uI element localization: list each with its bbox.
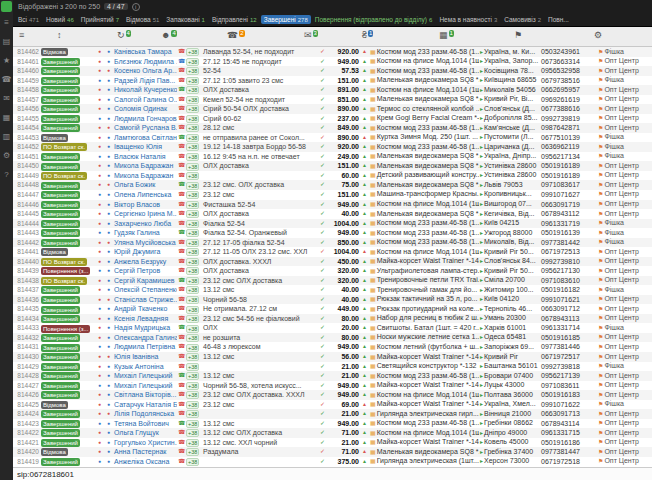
star-icon[interactable]: ★ bbox=[3, 56, 10, 65]
call-icon[interactable]: ☎ bbox=[177, 190, 186, 200]
phone-number[interactable]: 0956217134 bbox=[540, 152, 597, 162]
table-row[interactable]: 814424 Завершений ● ● Лілія Подолянська … bbox=[13, 409, 652, 419]
contacts-icon[interactable]: ☻ 4 bbox=[161, 30, 177, 41]
call-icon[interactable]: ☎ bbox=[177, 257, 186, 267]
customer-name-link[interactable]: Николай Кучеренко bbox=[113, 85, 177, 95]
phone-number[interactable]: 0977381446 bbox=[540, 342, 597, 352]
call-icon[interactable]: ☎ bbox=[177, 400, 186, 410]
customer-name-link[interactable]: Анжела Безруку bbox=[113, 257, 177, 267]
call-icon[interactable]: ☎ bbox=[177, 323, 186, 333]
table-row[interactable]: 814460 Завершений ● ● Косенко Ольга Ар..… bbox=[13, 66, 652, 76]
call-icon[interactable]: ☎ bbox=[177, 447, 186, 457]
table-row[interactable]: 814444 Завершений ● ● Захарченко Люба ☎ … bbox=[13, 219, 652, 229]
customer-name-link[interactable]: Андрій Ткаченко bbox=[113, 304, 177, 314]
table-row[interactable]: 814446 Завершений ● ● Віктор Власов ☎ +3… bbox=[13, 200, 652, 210]
customer-name-link[interactable]: Захарченко Люба bbox=[113, 219, 177, 229]
table-row[interactable]: 814450 Завершений ● ● Микола Бадражан ☎ … bbox=[13, 161, 652, 171]
status-tab[interactable]: Самовивіз 2 bbox=[501, 15, 544, 24]
phone-number[interactable]: 0992739810 bbox=[540, 257, 597, 267]
call-icon[interactable]: ☎ bbox=[177, 228, 186, 238]
customer-name-link[interactable]: Надія Мудрицька bbox=[113, 323, 177, 333]
customer-name-link[interactable]: Горгулько Христин... bbox=[113, 438, 177, 448]
table-row[interactable]: 814433 Повернення (з... ● ● Надія Мудриц… bbox=[13, 323, 652, 333]
customer-name-link[interactable]: Михаіл Гилецький bbox=[113, 371, 177, 381]
phone-number[interactable]: 0956217139 bbox=[540, 371, 597, 381]
call-icon[interactable]: ☎ bbox=[177, 104, 186, 114]
phone-number[interactable]: 0992739818 bbox=[540, 362, 597, 372]
call-icon[interactable]: ☎ bbox=[177, 152, 186, 162]
table-row[interactable]: 814456 Завершений ● ● Соломія Одинак ☎ +… bbox=[13, 104, 652, 114]
phone-number[interactable]: 0678943113 bbox=[540, 314, 597, 324]
call-icon[interactable]: ☎ bbox=[177, 304, 186, 314]
phone-number[interactable]: 0677388616 bbox=[540, 104, 597, 114]
table-row[interactable]: 814428 Завершений ● ● Михаіл Гилецький ☎… bbox=[13, 371, 652, 381]
phone-number[interactable]: 0501916183 bbox=[540, 390, 597, 400]
table-row[interactable]: 814423 Завершений ● ● Тетяна Войтович ☎ … bbox=[13, 419, 652, 429]
phone-number[interactable]: 0636962119 bbox=[540, 142, 597, 152]
chat-icon[interactable]: ✉ 3 bbox=[304, 30, 318, 41]
sip-address-link[interactable]: sip:0672818601 bbox=[17, 470, 74, 479]
customer-name-link[interactable]: Ксенія Левадняя bbox=[113, 314, 177, 324]
call-icon[interactable]: ☎ bbox=[177, 238, 186, 248]
status-tab[interactable]: Повернення (відправлено до відділу) 6 bbox=[312, 15, 436, 24]
table-row[interactable]: 814451 Завершений ● ● Власюк Наталія ☎ +… bbox=[13, 152, 652, 162]
phone-icon[interactable]: ☎ 2 bbox=[227, 30, 245, 41]
customer-name-link[interactable]: Сатарчук Наталія Б... bbox=[113, 400, 177, 410]
table-row[interactable]: 814436 Завершений ● ● Станіслав Стриже..… bbox=[13, 295, 652, 305]
settings-icon[interactable]: ⚙ bbox=[594, 30, 602, 41]
phone-number[interactable]: 0501916182 bbox=[540, 285, 597, 295]
table-row[interactable]: 814429 Завершений ● ● Кузык Антоніна ☎ +… bbox=[13, 362, 652, 372]
status-tab[interactable]: Відправлені 12 bbox=[209, 15, 260, 24]
table-row[interactable]: 814422 Завершений ● ● Ольга Глущук ☎ +38… bbox=[13, 428, 652, 438]
table-row[interactable]: 814461 Завершений ● ● Блєзнюк Людмила ..… bbox=[13, 57, 652, 67]
table-row[interactable]: 814432 Завершений ● ● Олександра Галина … bbox=[13, 333, 652, 343]
call-icon[interactable]: ☎ bbox=[177, 438, 186, 448]
status-tab[interactable]: Повн... bbox=[545, 15, 574, 24]
customer-name-link[interactable]: Канівська Тамара bbox=[113, 47, 177, 57]
phone-number[interactable]: 0961331715 bbox=[540, 428, 597, 438]
table-row[interactable]: 814430 Завершений ● ● Юлія Іванівна ☎ +3… bbox=[13, 352, 652, 362]
phone-number[interactable]: 0977381447 bbox=[540, 447, 597, 457]
status-tab[interactable]: Відмова 51 bbox=[123, 15, 162, 24]
call-icon[interactable]: ☎ bbox=[177, 457, 186, 467]
call-icon[interactable]: ☎ bbox=[177, 266, 186, 276]
refresh-icon[interactable]: ↻ 4 bbox=[117, 30, 131, 41]
call-icon[interactable]: ☎ bbox=[177, 133, 186, 143]
info-icon[interactable]: і bbox=[132, 3, 140, 11]
table-row[interactable]: 814439 Повернення (з... ● ● Сергій Петро… bbox=[13, 266, 652, 276]
call-icon[interactable]: ☎ bbox=[177, 123, 186, 133]
call-icon[interactable]: ☎ bbox=[177, 95, 186, 105]
settings-icon[interactable]: ⚙ bbox=[3, 151, 10, 160]
call-icon[interactable]: ☎ bbox=[177, 180, 186, 190]
phone-number[interactable]: 0971083617 bbox=[540, 180, 597, 190]
table-row[interactable]: 814420 Відмова ● ● Анна Пастернак ☎ +38 … bbox=[13, 447, 652, 457]
call-icon[interactable]: ☎ bbox=[177, 247, 186, 257]
table-row[interactable]: 814421 Завершений ● ● Горгулько Христин.… bbox=[13, 438, 652, 448]
call-icon[interactable]: ☎ bbox=[177, 285, 186, 295]
call-icon[interactable]: ☎ bbox=[177, 47, 186, 57]
customer-name-link[interactable]: Уляна Мусійовська bbox=[113, 238, 177, 248]
phone-number[interactable]: 0961331714 bbox=[540, 323, 597, 333]
phone-number[interactable]: 0961331719 bbox=[540, 219, 597, 229]
phone-number[interactable]: 0971083611 bbox=[540, 381, 597, 391]
phone-number[interactable]: 0956532958 bbox=[540, 66, 597, 76]
phone-number[interactable]: 0673663314 bbox=[540, 57, 597, 67]
call-icon[interactable]: ☎ bbox=[177, 142, 186, 152]
call-icon[interactable]: ☎ bbox=[177, 200, 186, 210]
customer-name-link[interactable]: Микола Бадражан bbox=[113, 171, 177, 181]
customer-name-link[interactable]: Самогій Руслана В... bbox=[113, 123, 177, 133]
phone-number[interactable]: 0956217130 bbox=[540, 266, 597, 276]
customer-name-link[interactable]: Сергій Карамишев bbox=[113, 276, 177, 286]
customer-name-link[interactable]: Микола Бадражан bbox=[113, 161, 177, 171]
phone-number[interactable]: 0678943112 bbox=[540, 209, 597, 219]
phone-icon[interactable]: ☎ bbox=[2, 75, 12, 84]
phone-number[interactable]: 0671972513 bbox=[540, 247, 597, 257]
phone-number[interactable]: 0987642871 bbox=[540, 123, 597, 133]
table-row[interactable]: 814431 Завершений ● ● Людмила Петрівна .… bbox=[13, 342, 652, 352]
help-icon[interactable]: ? bbox=[4, 170, 8, 179]
call-icon[interactable]: ☎ bbox=[177, 85, 186, 95]
phone-number[interactable]: 0663091719 bbox=[540, 200, 597, 210]
menu-icon[interactable]: ≡ bbox=[19, 30, 24, 41]
status-tab[interactable]: Прийнятий 7 bbox=[78, 15, 122, 24]
table-row[interactable]: 814449 ПО Возврат ск. ● ● Микола Бадража… bbox=[13, 171, 652, 181]
